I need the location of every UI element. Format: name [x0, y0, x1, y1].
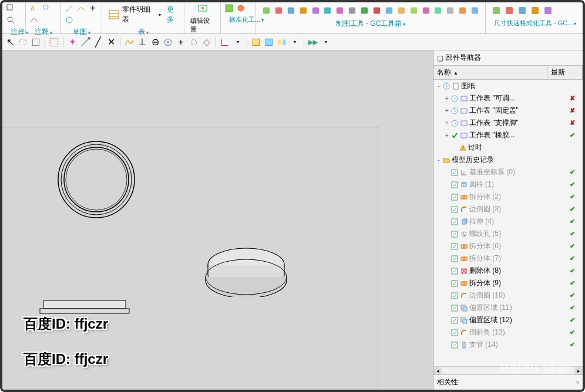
tool-icon-wide1-7[interactable] [348, 6, 357, 15]
tb-cursor-icon[interactable]: ↖ [5, 37, 15, 48]
tb-dropdown-1[interactable]: ▾ [233, 37, 243, 48]
tb-view2-icon[interactable] [264, 37, 274, 48]
tree-row[interactable]: 圆柱 (1)✔ [433, 178, 583, 191]
tb-play-icon[interactable]: ▸▸ [308, 37, 318, 48]
tb-marquee-icon[interactable] [49, 37, 59, 48]
circle-sk-icon[interactable] [65, 15, 74, 25]
tool-icon-wide2-1[interactable] [505, 6, 514, 15]
tb-view3-icon[interactable] [277, 37, 287, 48]
ribbon-label-table[interactable]: 表 [106, 26, 180, 38]
std-icon-2[interactable] [236, 4, 246, 13]
tb-none-icon[interactable]: ◇ [201, 37, 212, 48]
tool-icon-wide1-9[interactable] [372, 6, 381, 15]
tb-snap-intersect-icon[interactable]: ✕ [106, 37, 116, 48]
tb-center-icon[interactable] [163, 37, 173, 48]
tb-tangent-icon[interactable]: ⊖ [150, 37, 160, 48]
ribbon-label-drafting[interactable]: 制图工具 - GC工具箱 [260, 18, 482, 30]
std-icon-1[interactable] [224, 4, 234, 13]
tree-row[interactable]: 拆分体 (7)✔ [433, 252, 583, 265]
tool-icon-wide1-4[interactable] [311, 6, 320, 15]
hscroll-right[interactable]: ▸ [574, 367, 583, 374]
tool-icon-wide1-2[interactable] [287, 6, 295, 15]
tool-icon-wide1-11[interactable] [397, 6, 406, 15]
tree-row[interactable]: 删除体 (8)✔ [433, 265, 583, 277]
tree-row[interactable]: +工作表 "可调...✘ [433, 92, 583, 104]
note-icon[interactable]: A [29, 4, 39, 13]
ribbon-label-standard[interactable]: 标准化工... [224, 14, 252, 25]
tool-icon-wide1-15[interactable] [446, 6, 455, 15]
tree-row[interactable]: 拆分体 (2)✔ [433, 191, 583, 203]
navigator-tree[interactable]: -图纸+工作表 "可调...✘+工作表 "固定盖"✘+工作表 "支撑脚"✘+工作… [433, 80, 583, 366]
edit-settings-button[interactable]: 编辑设置 [188, 1, 217, 35]
col-latest[interactable]: 最新 [547, 66, 583, 79]
tree-row[interactable]: +工作表 "固定盖"✘ [433, 104, 583, 117]
arc-icon[interactable] [76, 4, 86, 13]
tb-snap-point-icon[interactable]: ✦ [67, 37, 78, 48]
tb-perp-icon[interactable]: ⊥ [137, 37, 147, 48]
tool-icon-wide1-17[interactable] [470, 6, 479, 15]
balloon-icon[interactable] [41, 4, 51, 13]
tb-snap-mid-icon[interactable]: ╱ [93, 37, 103, 48]
tool-icon-wide1-16[interactable] [458, 6, 467, 15]
tree-twisty[interactable]: + [444, 95, 450, 102]
hscroll-left[interactable]: ◂ [433, 367, 442, 374]
tree-row[interactable]: -模型历史记录 [433, 154, 583, 166]
tree-row[interactable]: -图纸 [433, 80, 583, 92]
tool-icon-wide2-0[interactable] [492, 6, 501, 15]
tree-twisty[interactable]: + [444, 107, 450, 114]
parts-list-button[interactable]: 零件明细表 ▾ [106, 4, 163, 26]
tb-view1-icon[interactable] [251, 37, 261, 48]
tree-twisty[interactable]: - [436, 157, 442, 163]
tb-quad-icon[interactable]: + [176, 37, 186, 48]
tree-row[interactable]: 拉伸 (4)✔ [433, 215, 583, 228]
tb-select-all-icon[interactable] [31, 37, 41, 48]
tool-icon-wide2-4[interactable] [543, 6, 553, 15]
tool-icon-wide1-13[interactable] [422, 6, 431, 15]
tree-row[interactable]: 螺纹孔 (5)✔ [433, 228, 583, 240]
weld-icon[interactable] [29, 15, 39, 25]
tool-icon-wide2-3[interactable] [530, 6, 540, 15]
ribbon-label-select[interactable]: 注择 [6, 26, 22, 38]
tree-row[interactable]: 拆分体 (9)✔ [433, 277, 583, 289]
select-rect-icon[interactable] [6, 4, 15, 13]
tb-dropdown-3[interactable]: ▾ [321, 37, 331, 48]
tb-dropdown-2[interactable]: ▾ [290, 37, 300, 48]
more-link[interactable]: 更多 [167, 5, 180, 25]
ribbon-label-dimension[interactable]: 尺寸快速格式化工具 - GC... [489, 18, 579, 29]
tree-twisty[interactable]: - [436, 83, 442, 89]
tb-exist-icon[interactable] [189, 37, 199, 48]
tree-row[interactable]: 拆分体 (6)✔ [433, 240, 583, 252]
tree-row[interactable]: 倒斜角 (13)✔ [433, 326, 583, 339]
tool-icon-wide1-8[interactable] [360, 6, 369, 15]
point-icon[interactable]: + [88, 4, 98, 13]
tree-row[interactable]: ?过时 [433, 141, 583, 154]
tool-icon-wide1-6[interactable] [335, 6, 344, 15]
tb-coord-icon[interactable] [220, 37, 230, 48]
tree-row[interactable]: 边倒圆 (3)✔ [433, 203, 583, 215]
tool-icon-wide1-14[interactable] [433, 6, 442, 15]
tree-row[interactable]: 偏置区域 (11)✔ [433, 302, 583, 314]
line-icon[interactable] [65, 4, 74, 13]
tool-icon-wide1-0[interactable] [262, 6, 271, 15]
col-name[interactable]: 名称▲ [433, 66, 547, 79]
tree-twisty[interactable]: + [444, 132, 450, 138]
tree-twisty[interactable]: + [444, 120, 450, 126]
tb-curve-icon[interactable] [124, 37, 135, 48]
tree-row[interactable]: 边倒圆 (10)✔ [433, 289, 583, 302]
tool-icon-wide1-1[interactable] [274, 6, 283, 15]
ribbon-label-annotate[interactable]: 注释 [29, 26, 57, 38]
zoom-icon[interactable] [6, 15, 15, 25]
tool-icon-wide2-2[interactable] [517, 6, 527, 15]
tb-snap-end-icon[interactable] [80, 37, 90, 48]
tree-row[interactable]: 基准坐标系 (0)✔ [433, 166, 583, 178]
tb-lasso-icon[interactable] [18, 37, 28, 48]
tree-row[interactable]: +工作表 "橡胶...✔ [433, 129, 583, 141]
tool-icon-wide1-3[interactable] [299, 6, 308, 15]
tree-row[interactable]: 支管 (14)✔ [433, 339, 583, 351]
tree-row[interactable]: 偏置区域 (12)✔ [433, 314, 583, 326]
tool-icon-wide1-12[interactable] [409, 6, 418, 15]
ribbon-label-sketch[interactable]: 草图 [65, 26, 98, 38]
drawing-canvas[interactable]: 百度ID: ffjczr 百度ID: ffjczr [2, 50, 433, 390]
tool-icon-wide1-5[interactable] [323, 6, 332, 15]
tree-row[interactable]: +工作表 "支撑脚"✘ [433, 117, 583, 129]
